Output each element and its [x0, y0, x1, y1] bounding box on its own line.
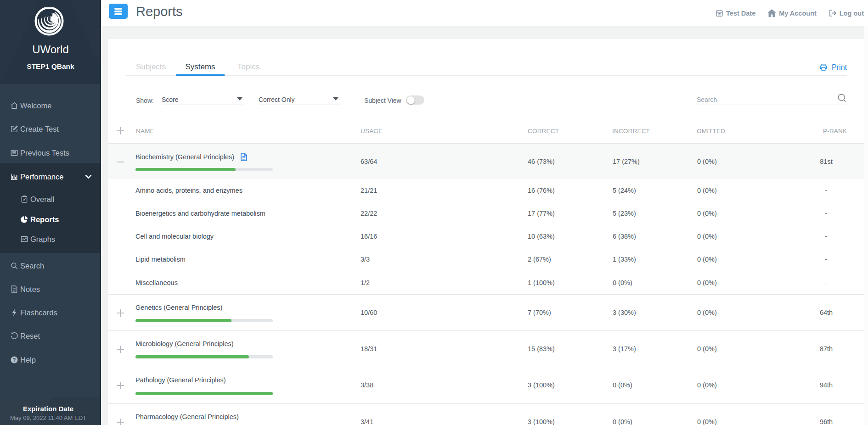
svg-text:?: ?: [13, 357, 16, 362]
